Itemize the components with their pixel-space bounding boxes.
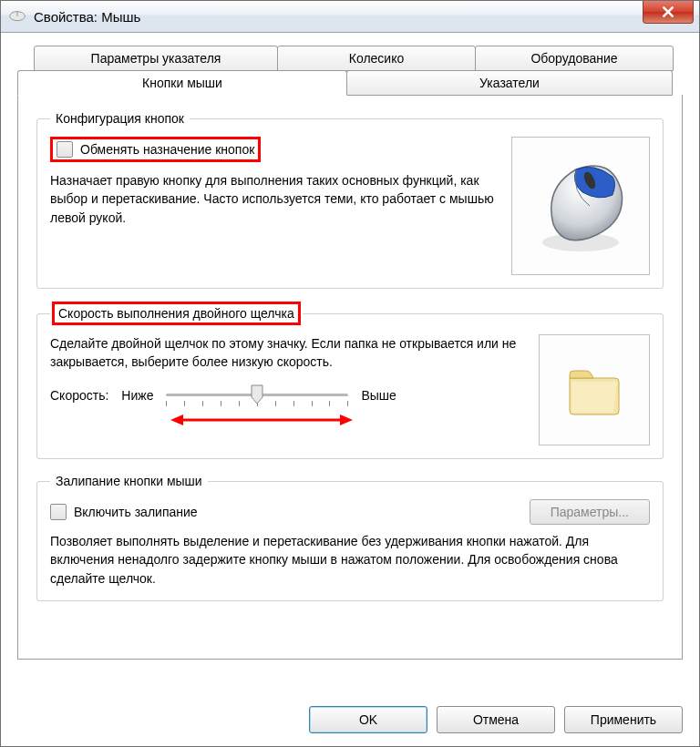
group-clicklock: Залипание кнопки мыши Включить залипание… [36,474,664,601]
swap-buttons-label: Обменять назначение кнопок [80,142,254,157]
tab-row-front: Кнопки мыши Указатели [17,70,683,96]
clicklock-label: Включить залипание [74,505,198,519]
group-button-config: Конфигурация кнопок Обменять назначение … [36,111,664,289]
tab-pointer-options[interactable]: Параметры указателя [34,46,278,71]
group-clicklock-legend: Залипание кнопки мыши [50,474,208,488]
apply-button[interactable]: Применить [564,706,683,733]
tab-buttons[interactable]: Кнопки мыши [17,70,347,96]
tab-hardware[interactable]: Оборудование [475,46,674,71]
speed-fast-label: Выше [361,388,396,403]
titlebar: Свойства: Мышь [1,1,699,33]
tab-container: Параметры указателя Колесико Оборудовани… [17,46,683,660]
svg-marker-6 [340,414,353,425]
dialog-body: Параметры указателя Колесико Оборудовани… [1,33,699,660]
group-doubleclick-speed: Скорость выполнения двойного щелчка Сдел… [36,303,664,459]
clicklock-checkbox[interactable] [50,504,67,520]
speed-slow-label: Ниже [121,388,153,403]
mouse-preview-image [511,137,650,275]
mouse-properties-window: Свойства: Мышь Параметры указателя Колес… [0,0,700,747]
ok-button[interactable]: OK [309,706,427,733]
group-button-config-legend: Конфигурация кнопок [50,111,190,126]
doubleclick-test-folder-icon[interactable] [539,334,650,445]
swap-buttons-checkbox[interactable] [57,141,73,158]
swap-buttons-description: Назначает правую кнопку для выполнения т… [50,171,497,227]
tab-pointers[interactable]: Указатели [346,70,673,96]
tab-wheel[interactable]: Колесико [277,46,476,71]
mouse-icon [8,10,26,23]
svg-marker-5 [170,414,183,425]
window-title: Свойства: Мышь [34,9,140,25]
tab-panel-buttons: Конфигурация кнопок Обменять назначение … [17,95,683,660]
clicklock-description: Позволяет выполнять выделение и перетаск… [50,532,650,588]
dialog-button-row: OK Отмена Применить [309,706,683,733]
doubleclick-speed-slider[interactable] [166,384,348,406]
tab-row-back: Параметры указателя Колесико Оборудовани… [34,46,683,71]
annotation-highlight-speed-legend: Скорость выполнения двойного щелчка [52,302,301,325]
group-doubleclick-legend: Скорость выполнения двойного щелчка [50,303,303,323]
doubleclick-description: Сделайте двойной щелчок по этому значку.… [50,334,524,372]
annotation-arrow [170,412,353,428]
speed-label: Скорость: [50,388,108,403]
clicklock-settings-button: Параметры... [530,499,650,525]
annotation-highlight-swap: Обменять назначение кнопок [50,137,261,162]
close-button[interactable] [643,1,694,24]
cancel-button[interactable]: Отмена [437,706,555,733]
